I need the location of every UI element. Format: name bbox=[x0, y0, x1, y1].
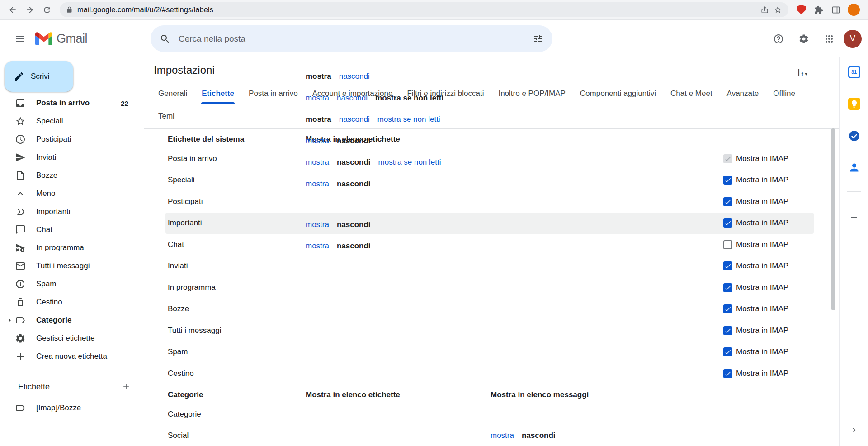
label-name: Categorie bbox=[168, 410, 201, 419]
apps-button[interactable] bbox=[818, 28, 840, 50]
hamburger-icon bbox=[14, 33, 25, 44]
tab-temi[interactable]: Temi bbox=[158, 108, 175, 126]
category-row-social: Socialmostranascondimostranascondi bbox=[165, 425, 814, 446]
tab-etichette[interactable]: Etichette bbox=[201, 85, 235, 104]
label-icon bbox=[15, 315, 26, 326]
bulb-icon bbox=[850, 100, 859, 108]
label-name: Cestino bbox=[168, 369, 194, 378]
extensions-button[interactable] bbox=[811, 2, 827, 18]
sidebar-item-categorie[interactable]: Categorie bbox=[0, 311, 144, 329]
browser-back-button[interactable] bbox=[5, 2, 21, 18]
sidebar-item-speciali[interactable]: Speciali bbox=[0, 112, 144, 130]
expand-arrow-icon[interactable] bbox=[6, 317, 14, 324]
tasks-button[interactable] bbox=[845, 127, 863, 145]
send-icon bbox=[15, 152, 26, 163]
sidebar-item-label: Meno bbox=[36, 189, 56, 198]
help-button[interactable] bbox=[768, 28, 789, 50]
option-mostra[interactable]: mostra bbox=[306, 242, 329, 446]
side-panel-button[interactable] bbox=[828, 2, 844, 18]
label-name: Posticipati bbox=[168, 197, 203, 206]
browser-chrome: mail.google.com/mail/u/2/#settings/label… bbox=[0, 0, 868, 20]
search-icon bbox=[160, 33, 170, 44]
label-name: Importanti bbox=[168, 218, 202, 228]
puzzle-icon bbox=[814, 5, 823, 14]
help-icon bbox=[773, 33, 784, 44]
address-bar[interactable]: mail.google.com/mail/u/2/#settings/label… bbox=[60, 2, 788, 17]
side-panel-icon bbox=[831, 5, 840, 14]
categories-header: Categorie bbox=[168, 390, 203, 399]
gmail-wordmark: Gmail bbox=[57, 32, 87, 46]
share-icon[interactable] bbox=[760, 5, 769, 14]
browser-forward-button[interactable] bbox=[22, 2, 38, 18]
contacts-button[interactable] bbox=[845, 158, 863, 176]
option-nascondi: nascondi bbox=[522, 431, 556, 440]
sidebar-item-importanti[interactable]: Importanti bbox=[0, 203, 144, 221]
sidebar-item-bozze[interactable]: Bozze bbox=[0, 166, 144, 185]
label-name: [Imap]/Bozze bbox=[36, 403, 81, 413]
compose-button[interactable]: Scrivi bbox=[5, 61, 73, 92]
tab-generali[interactable]: Generali bbox=[158, 85, 188, 104]
sidebar-item-label: Chat bbox=[36, 225, 52, 234]
calendar-day: 31 bbox=[849, 67, 859, 77]
show-side-panel-button[interactable] bbox=[845, 421, 863, 439]
search-options-button[interactable] bbox=[527, 28, 549, 50]
browser-profile-avatar[interactable] bbox=[848, 4, 860, 16]
sidebar-item-meno[interactable]: Meno bbox=[0, 185, 144, 203]
search-input[interactable] bbox=[176, 34, 527, 44]
spam-icon bbox=[15, 279, 26, 289]
app-body: Scrivi Posta in arrivo22SpecialiPosticip… bbox=[0, 57, 868, 446]
back-icon bbox=[8, 5, 17, 14]
settings-button[interactable] bbox=[793, 28, 815, 50]
browser-reload-button[interactable] bbox=[39, 2, 55, 18]
label-important-icon bbox=[15, 206, 26, 217]
visibility-options: mostranascondi bbox=[306, 242, 839, 446]
labels-section-header: Etichette bbox=[0, 378, 144, 396]
sidebar-item-in-programma[interactable]: In programma bbox=[0, 239, 144, 257]
chevron-right-icon bbox=[849, 426, 859, 435]
get-addons-button[interactable] bbox=[845, 209, 863, 227]
label-name: Tutti i messaggi bbox=[168, 326, 221, 335]
main-menu-button[interactable] bbox=[9, 28, 31, 50]
rail-divider bbox=[847, 191, 861, 192]
unread-count: 22 bbox=[121, 100, 128, 107]
sidebar-item-tutti-i-messaggi[interactable]: Tutti i messaggi bbox=[0, 257, 144, 275]
sidebar-item-label: In programma bbox=[36, 243, 84, 252]
sidebar-nav: Posta in arrivo22SpecialiPosticipatiInvi… bbox=[0, 94, 144, 365]
sidebar-item-gestisci-etichette[interactable]: Gestisci etichette bbox=[0, 329, 144, 347]
calendar-button[interactable]: 31 bbox=[845, 63, 863, 81]
sidebar-item-spam[interactable]: Spam bbox=[0, 275, 144, 293]
keep-button[interactable] bbox=[845, 95, 863, 113]
lock-icon bbox=[66, 6, 73, 13]
bookmark-star-icon[interactable] bbox=[774, 5, 782, 14]
header-left: Gmail bbox=[9, 20, 87, 57]
search-button[interactable] bbox=[154, 28, 176, 50]
label-name: In programma bbox=[168, 283, 216, 292]
draft-icon bbox=[15, 170, 26, 181]
label-name: Spam bbox=[168, 347, 188, 356]
search-bar bbox=[151, 25, 552, 52]
sidebar: Scrivi Posta in arrivo22SpecialiPosticip… bbox=[0, 57, 144, 446]
sidebar-item-cestino[interactable]: Cestino bbox=[0, 293, 144, 311]
star-icon bbox=[15, 116, 26, 127]
sidebar-item-chat[interactable]: Chat bbox=[0, 221, 144, 239]
settings-tabs-row2: Temi bbox=[158, 108, 175, 126]
sidebar-item-posta-in-arrivo[interactable]: Posta in arrivo22 bbox=[0, 94, 144, 112]
option-mostra[interactable]: mostra bbox=[491, 431, 514, 440]
schedule-icon bbox=[15, 242, 26, 253]
sidebar-item-inviati[interactable]: Inviati bbox=[0, 148, 144, 166]
adblock-extension-icon[interactable] bbox=[797, 5, 806, 14]
header-right: V bbox=[768, 20, 862, 57]
label-name: Speciali bbox=[168, 176, 195, 185]
tab-posta-in-arrivo[interactable]: Posta in arrivo bbox=[248, 85, 298, 104]
sidebar-item-posticipati[interactable]: Posticipati bbox=[0, 130, 144, 148]
sidebar-item-label: Speciali bbox=[36, 117, 63, 126]
label-item-imap-bozze[interactable]: [Imap]/Bozze bbox=[0, 399, 144, 417]
create-label-button[interactable] bbox=[120, 381, 132, 393]
main-scrollbar[interactable] bbox=[831, 128, 835, 310]
categories-table: CategoriemostranascondiSocialmostranasco… bbox=[144, 403, 839, 446]
plus-icon bbox=[15, 351, 26, 362]
gear-icon bbox=[15, 333, 26, 344]
account-avatar[interactable]: V bbox=[844, 30, 862, 48]
sidebar-item-crea-nuova-etichetta[interactable]: Crea nuova etichetta bbox=[0, 347, 144, 365]
gmail-logo[interactable]: Gmail bbox=[35, 32, 87, 46]
